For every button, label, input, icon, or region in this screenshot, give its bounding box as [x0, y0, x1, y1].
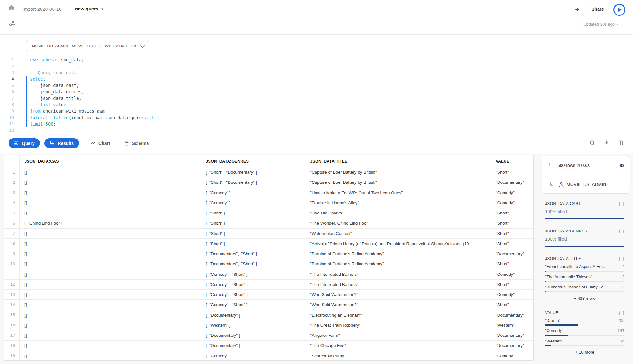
- cell-genres[interactable]: [ "Comedy" ]: [201, 188, 305, 198]
- tab-results[interactable]: Results: [44, 138, 79, 148]
- cell-cast[interactable]: []: [19, 290, 201, 299]
- show-more-link[interactable]: + 16 more: [545, 350, 624, 355]
- cell-title[interactable]: "Two Old Sparks": [305, 208, 491, 218]
- row-number[interactable]: 3: [4, 188, 19, 198]
- row-number[interactable]: 1: [4, 167, 19, 177]
- row-number[interactable]: 18: [4, 341, 19, 350]
- code-line[interactable]: 9from american_wiki_movies awm,: [0, 108, 633, 114]
- column-header-cast[interactable]: JSON_DATA:CAST: [19, 155, 201, 167]
- cell-genres[interactable]: [ "Documentary" ]: [201, 341, 305, 350]
- show-more-link[interactable]: + 433 more: [545, 296, 624, 301]
- code-line[interactable]: 11limit 500;: [0, 121, 633, 127]
- cell-genres[interactable]: [ "Short", "Documentary" ]: [201, 167, 305, 177]
- row-number[interactable]: 4: [4, 198, 19, 208]
- cell-cast[interactable]: []: [19, 300, 201, 310]
- cell-value[interactable]: "Documentary": [491, 330, 533, 340]
- cell-value[interactable]: "Short": [491, 229, 533, 238]
- cell-genres[interactable]: [ "Comedy", "Short" ]: [201, 280, 305, 289]
- column-header-genres[interactable]: JSON_DATA:GENRES: [201, 155, 305, 167]
- cell-title[interactable]: "Who Said Watermelon?": [305, 290, 491, 299]
- cell-genres[interactable]: [ "Documentary", "Short" ]: [201, 249, 305, 259]
- stat-value-row[interactable]: "Comedy"147: [545, 328, 624, 336]
- column-header-title[interactable]: JSON_DATA:TITLE: [305, 155, 491, 167]
- code-line[interactable]: 12: [0, 127, 633, 133]
- search-icon[interactable]: [589, 140, 596, 146]
- row-number[interactable]: 13: [4, 290, 19, 299]
- cell-genres[interactable]: [ "Comedy", "Short" ]: [201, 290, 305, 299]
- cell-cast[interactable]: []: [19, 249, 201, 259]
- row-number[interactable]: 14: [4, 300, 19, 310]
- row-number[interactable]: 7: [4, 229, 19, 238]
- cell-value[interactable]: "Short": [491, 167, 533, 177]
- cell-title[interactable]: "Electrocuting an Elephant": [305, 310, 491, 320]
- cell-title[interactable]: "Alligator Farm": [305, 330, 491, 340]
- cell-value[interactable]: "Short": [491, 280, 533, 289]
- cell-title[interactable]: "Capture of Boer Battery by British": [305, 177, 491, 187]
- cell-cast[interactable]: []: [19, 269, 201, 279]
- cell-title[interactable]: "Capture of Boer Battery by British": [305, 167, 491, 177]
- code-line[interactable]: 8 list.value: [0, 102, 633, 108]
- cell-cast[interactable]: []: [19, 239, 201, 249]
- cell-cast[interactable]: []: [19, 351, 201, 361]
- cell-cast[interactable]: []: [19, 208, 201, 218]
- cell-value[interactable]: "Western": [491, 320, 533, 330]
- cell-title[interactable]: "The Wonder, Ching Ling Foo": [305, 218, 491, 228]
- row-number[interactable]: 11: [4, 269, 19, 279]
- tab-query[interactable]: Query: [9, 138, 40, 148]
- cell-cast[interactable]: []: [19, 310, 201, 320]
- cell-value[interactable]: "Short": [491, 259, 533, 269]
- context-selector[interactable]: MOVIE_DB_ADMIN · MOVIE_DB_ETL_WH · MOVIE…: [26, 40, 149, 52]
- stat-value-row[interactable]: "Humorous Phases of Funny Fa...3: [545, 285, 624, 292]
- cell-value[interactable]: "Documentary": [491, 177, 533, 187]
- cell-title[interactable]: "Arrival of Prince Henry (of Prussia) an…: [305, 239, 491, 249]
- cell-genres[interactable]: [ "Short" ]: [201, 208, 305, 218]
- cell-title[interactable]: "How to Make a Fat Wife Out of Two Lean …: [305, 188, 491, 198]
- cell-genres[interactable]: [ "Comedy", "Short" ]: [201, 269, 305, 279]
- sql-editor[interactable]: MOVIE_DB_ADMIN · MOVIE_DB_ETL_WH · MOVIE…: [0, 35, 633, 134]
- row-number[interactable]: 15: [4, 310, 19, 320]
- share-button[interactable]: Share: [586, 4, 609, 14]
- cell-genres[interactable]: [ "Comedy" ]: [201, 351, 305, 361]
- cell-cast[interactable]: []: [19, 198, 201, 208]
- cell-cast[interactable]: []: [19, 188, 201, 198]
- cell-cast[interactable]: []: [19, 229, 201, 238]
- cell-genres[interactable]: [ "Comedy", "Short" ]: [201, 300, 305, 310]
- row-number[interactable]: 8: [4, 239, 19, 249]
- cell-genres[interactable]: [ "Short" ]: [201, 218, 305, 228]
- cell-title[interactable]: "The Interrupted Bathers": [305, 269, 491, 279]
- cell-value[interactable]: "Short": [491, 239, 533, 249]
- cell-title[interactable]: "The Chicago Fire": [305, 341, 491, 350]
- row-number[interactable]: 2: [4, 177, 19, 187]
- cell-genres[interactable]: [ "Documentary" ]: [201, 310, 305, 320]
- cell-value[interactable]: "Comedy": [491, 269, 533, 279]
- row-number[interactable]: 9: [4, 249, 19, 259]
- row-number[interactable]: 17: [4, 330, 19, 340]
- cell-value[interactable]: "Comedy": [491, 198, 533, 208]
- filters-icon[interactable]: [8, 20, 16, 27]
- split-columns-icon[interactable]: [617, 140, 624, 146]
- tab-schema[interactable]: Schema: [124, 141, 149, 146]
- cell-value[interactable]: "Comedy": [491, 188, 533, 198]
- run-query-button[interactable]: [613, 4, 625, 16]
- code-line[interactable]: 6 json_data:genres,: [0, 89, 633, 95]
- download-icon[interactable]: [603, 140, 610, 146]
- cell-value[interactable]: "Short": [491, 300, 533, 310]
- cell-title[interactable]: "The Interrupted Bathers": [305, 280, 491, 289]
- code-line[interactable]: 3-- Query some data: [0, 70, 633, 76]
- stat-value-row[interactable]: "Western"34: [545, 339, 624, 346]
- cell-title[interactable]: "Who Said Watermelon?": [305, 300, 491, 310]
- cell-cast[interactable]: []: [19, 330, 201, 340]
- cell-genres[interactable]: [ "Western" ]: [201, 320, 305, 330]
- column-header-value[interactable]: VALUE: [491, 155, 533, 167]
- code-line[interactable]: 5 json_data:cast,: [0, 82, 633, 89]
- cell-title[interactable]: "The Great Train Robbery": [305, 320, 491, 330]
- query-name-dropdown[interactable]: new query▼: [75, 6, 104, 11]
- query-id-toggle[interactable]: ID: [620, 163, 624, 168]
- stat-value-row[interactable]: "From Leadville to Aspen: A Ho...4: [545, 264, 624, 272]
- cell-title[interactable]: "Scarecrow Pump": [305, 351, 491, 361]
- cell-title[interactable]: "Burning of Durland's Riding Academy": [305, 249, 491, 259]
- cell-genres[interactable]: [ "Documentary" ]: [201, 330, 305, 340]
- row-number[interactable]: 6: [4, 218, 19, 228]
- home-icon[interactable]: [8, 4, 15, 12]
- cell-title[interactable]: "Trouble in Hogan's Alley": [305, 198, 491, 208]
